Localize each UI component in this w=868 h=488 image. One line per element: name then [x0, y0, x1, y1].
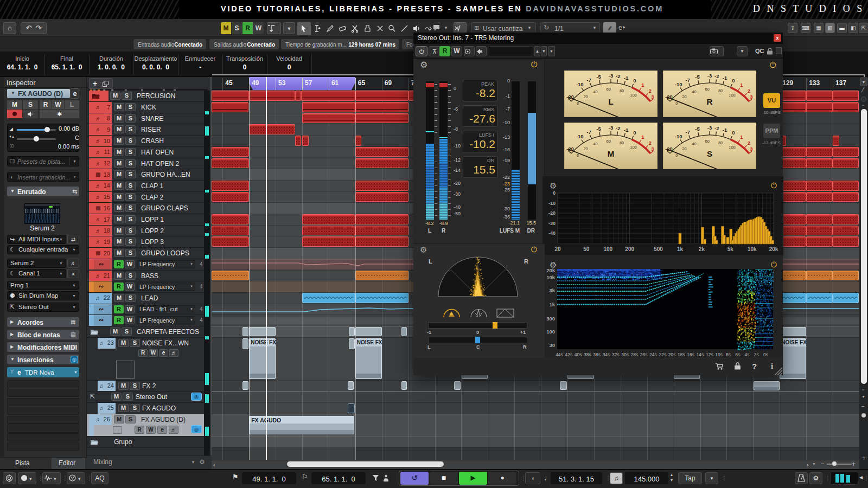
svg-text:-7: -7 [685, 129, 690, 135]
svg-text:14s: 14s [697, 352, 704, 357]
svg-text:16s: 16s [687, 352, 694, 357]
svg-text:22s: 22s [659, 352, 666, 357]
svg-text:40: 40 [593, 142, 597, 146]
svg-text:40: 40 [593, 89, 597, 94]
svg-text:5k: 5k [727, 246, 734, 252]
svg-text:0: 0 [553, 190, 556, 196]
svg-text:40: 40 [692, 142, 696, 146]
svg-text:-10: -10 [675, 133, 682, 139]
svg-text:20: 20 [682, 146, 686, 151]
svg-text:-2: -2 [616, 73, 620, 79]
svg-text:1: 1 [740, 134, 743, 140]
svg-text:-10: -10 [576, 133, 584, 139]
svg-text:-1: -1 [723, 127, 727, 133]
svg-text:60: 60 [607, 87, 611, 92]
svg-text:20k: 20k [769, 246, 778, 252]
svg-text:80: 80 [620, 88, 624, 93]
svg-text:20: 20 [682, 94, 686, 99]
svg-text:2s: 2s [754, 352, 759, 357]
svg-text:40s: 40s [575, 352, 582, 357]
svg-text:28s: 28s [631, 352, 639, 357]
svg-text:6s: 6s [735, 352, 740, 357]
svg-text:3k: 3k [549, 287, 555, 293]
svg-text:0: 0 [577, 101, 579, 106]
svg-text:0: 0 [577, 153, 579, 158]
svg-text:20: 20 [554, 246, 561, 252]
svg-text:0: 0 [675, 153, 678, 158]
svg-text:1: 1 [740, 82, 743, 88]
svg-text:50: 50 [583, 246, 590, 252]
svg-text:-2: -2 [714, 125, 719, 131]
svg-text:M: M [608, 149, 615, 158]
svg-text:80: 80 [718, 140, 723, 145]
svg-text:-1: -1 [624, 127, 629, 133]
svg-text:2: 2 [649, 88, 652, 94]
svg-text:200: 200 [625, 246, 634, 252]
svg-text:-1: -1 [624, 75, 629, 81]
svg-text:-5: -5 [695, 126, 700, 132]
svg-text:100: 100 [729, 145, 736, 150]
svg-text:-3: -3 [707, 125, 712, 131]
svg-text:3: 3 [750, 94, 752, 100]
svg-text:S: S [707, 149, 712, 158]
svg-text:1k: 1k [549, 301, 555, 307]
svg-text:0: 0 [633, 130, 636, 136]
svg-text:0: 0 [633, 78, 636, 84]
svg-text:3: 3 [750, 146, 752, 152]
svg-text:-5: -5 [695, 74, 700, 80]
svg-text:10k: 10k [748, 246, 757, 252]
svg-text:-3: -3 [609, 125, 613, 131]
svg-text:80: 80 [620, 140, 624, 145]
svg-text:-10: -10 [576, 81, 584, 87]
svg-text:1: 1 [641, 82, 644, 88]
svg-text:-7: -7 [586, 77, 591, 83]
svg-text:2: 2 [748, 88, 750, 94]
svg-text:20: 20 [583, 94, 588, 99]
svg-text:-3: -3 [609, 73, 613, 79]
svg-text:-10: -10 [548, 201, 556, 206]
svg-text:100: 100 [729, 93, 736, 98]
svg-text:12s: 12s [706, 352, 713, 357]
svg-text:44s: 44s [556, 352, 563, 357]
svg-text:300: 300 [546, 316, 555, 322]
svg-text:-30: -30 [548, 221, 556, 226]
svg-text:18s: 18s [678, 352, 685, 357]
svg-text:2k: 2k [699, 246, 705, 252]
svg-text:0s: 0s [763, 352, 768, 357]
svg-text:-2: -2 [714, 73, 719, 79]
svg-text:-3: -3 [707, 73, 712, 79]
svg-text:R: R [707, 97, 713, 106]
svg-text:26s: 26s [640, 352, 648, 357]
svg-text:100: 100 [546, 329, 555, 335]
svg-text:36s: 36s [593, 352, 601, 357]
svg-text:1: 1 [641, 134, 644, 140]
svg-text:4s: 4s [745, 352, 750, 357]
svg-text:100: 100 [603, 246, 612, 252]
svg-text:0: 0 [732, 78, 735, 84]
svg-text:0: 0 [732, 130, 735, 136]
svg-text:8s: 8s [726, 352, 731, 357]
svg-text:32s: 32s [612, 352, 620, 357]
svg-text:60: 60 [607, 139, 611, 144]
svg-text:2: 2 [649, 140, 652, 146]
svg-text:2: 2 [748, 140, 750, 146]
svg-text:42s: 42s [565, 352, 572, 357]
svg-text:60: 60 [705, 139, 710, 144]
svg-text:-7: -7 [586, 129, 591, 135]
svg-text:40: 40 [692, 89, 696, 94]
svg-text:L: L [608, 97, 613, 106]
svg-text:500: 500 [654, 246, 663, 252]
svg-text:60: 60 [705, 87, 710, 92]
svg-text:30s: 30s [621, 352, 629, 357]
svg-text:20s: 20s [668, 352, 676, 357]
svg-text:24s: 24s [649, 352, 657, 357]
svg-text:38s: 38s [584, 352, 591, 357]
svg-text:100: 100 [630, 145, 637, 150]
svg-text:-2: -2 [616, 125, 620, 131]
svg-text:-40: -40 [548, 230, 556, 236]
svg-text:100: 100 [630, 93, 637, 98]
svg-text:34s: 34s [603, 352, 610, 357]
svg-text:30: 30 [549, 342, 555, 348]
svg-text:-5: -5 [596, 74, 601, 80]
svg-text:-1: -1 [723, 75, 727, 81]
